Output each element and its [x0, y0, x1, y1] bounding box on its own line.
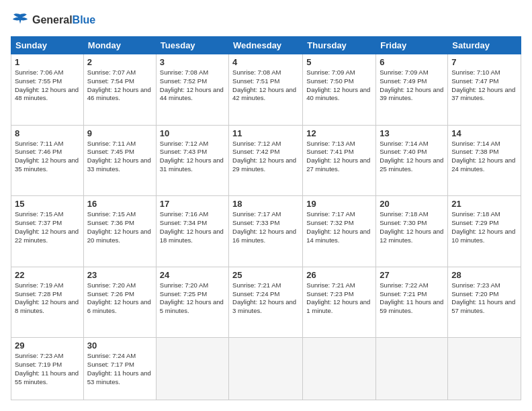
calendar-cell: 20Sunrise: 7:18 AMSunset: 7:30 PMDayligh… — [376, 196, 448, 267]
calendar-cell: 17Sunrise: 7:16 AMSunset: 7:34 PMDayligh… — [156, 196, 228, 267]
day-number: 4 — [232, 57, 299, 67]
calendar-cell: 24Sunrise: 7:20 AMSunset: 7:25 PMDayligh… — [156, 267, 228, 338]
day-info: Sunrise: 7:23 AMSunset: 7:19 PMDaylight:… — [15, 352, 80, 386]
day-number: 13 — [380, 128, 444, 138]
logo-text: GeneralBlue — [32, 14, 95, 26]
calendar-week-1: 1Sunrise: 7:06 AMSunset: 7:55 PMDaylight… — [11, 54, 521, 126]
calendar-cell: 10Sunrise: 7:12 AMSunset: 7:43 PMDayligh… — [156, 125, 228, 196]
day-info: Sunrise: 7:12 AMSunset: 7:42 PMDaylight:… — [232, 140, 299, 174]
calendar-cell: 4Sunrise: 7:08 AMSunset: 7:51 PMDaylight… — [229, 54, 303, 126]
day-number: 11 — [232, 128, 299, 138]
calendar-week-4: 22Sunrise: 7:19 AMSunset: 7:28 PMDayligh… — [11, 267, 521, 338]
calendar-cell: 28Sunrise: 7:23 AMSunset: 7:20 PMDayligh… — [448, 267, 521, 338]
calendar-cell: 15Sunrise: 7:15 AMSunset: 7:37 PMDayligh… — [11, 196, 84, 267]
day-info: Sunrise: 7:07 AMSunset: 7:54 PMDaylight:… — [87, 68, 152, 103]
day-info: Sunrise: 7:15 AMSunset: 7:37 PMDaylight:… — [15, 210, 80, 244]
day-number: 24 — [160, 270, 225, 280]
weekday-header-monday: Monday — [83, 37, 156, 54]
calendar-cell: 14Sunrise: 7:14 AMSunset: 7:38 PMDayligh… — [448, 125, 521, 196]
day-number: 25 — [232, 270, 299, 280]
weekday-header-sunday: Sunday — [11, 37, 84, 54]
day-info: Sunrise: 7:12 AMSunset: 7:43 PMDaylight:… — [160, 140, 225, 174]
day-number: 16 — [87, 199, 152, 209]
day-number: 14 — [451, 128, 517, 138]
day-number: 26 — [306, 270, 372, 280]
day-info: Sunrise: 7:20 AMSunset: 7:26 PMDaylight:… — [87, 281, 152, 316]
calendar-cell: 25Sunrise: 7:21 AMSunset: 7:24 PMDayligh… — [229, 267, 303, 338]
day-number: 19 — [306, 199, 372, 209]
calendar-cell: 21Sunrise: 7:18 AMSunset: 7:29 PMDayligh… — [448, 196, 521, 267]
weekday-header-thursday: Thursday — [303, 37, 376, 54]
day-info: Sunrise: 7:10 AMSunset: 7:47 PMDaylight:… — [451, 68, 517, 103]
day-info: Sunrise: 7:11 AMSunset: 7:45 PMDaylight:… — [87, 140, 152, 174]
day-number: 28 — [451, 270, 517, 280]
day-number: 9 — [87, 128, 152, 138]
calendar-cell: 8Sunrise: 7:11 AMSunset: 7:46 PMDaylight… — [11, 125, 84, 196]
weekday-header-wednesday: Wednesday — [229, 37, 303, 54]
day-number: 2 — [87, 57, 152, 67]
calendar-cell: 12Sunrise: 7:13 AMSunset: 7:41 PMDayligh… — [303, 125, 376, 196]
calendar-cell: 7Sunrise: 7:10 AMSunset: 7:47 PMDaylight… — [448, 54, 521, 126]
day-number: 6 — [380, 57, 444, 67]
calendar-cell: 5Sunrise: 7:09 AMSunset: 7:50 PMDaylight… — [303, 54, 376, 126]
weekday-header-tuesday: Tuesday — [156, 37, 228, 54]
calendar-cell: 22Sunrise: 7:19 AMSunset: 7:28 PMDayligh… — [11, 267, 84, 338]
calendar-cell: 2Sunrise: 7:07 AMSunset: 7:54 PMDaylight… — [83, 54, 156, 126]
day-info: Sunrise: 7:15 AMSunset: 7:36 PMDaylight:… — [87, 210, 152, 244]
calendar-cell: 29Sunrise: 7:23 AMSunset: 7:19 PMDayligh… — [11, 338, 84, 400]
day-info: Sunrise: 7:21 AMSunset: 7:24 PMDaylight:… — [232, 281, 299, 316]
day-number: 12 — [306, 128, 372, 138]
day-info: Sunrise: 7:06 AMSunset: 7:55 PMDaylight:… — [15, 68, 80, 103]
day-info: Sunrise: 7:09 AMSunset: 7:49 PMDaylight:… — [380, 68, 444, 103]
logo-bird-icon — [11, 11, 30, 30]
day-info: Sunrise: 7:21 AMSunset: 7:23 PMDaylight:… — [306, 281, 372, 316]
day-number: 30 — [87, 340, 152, 351]
page: GeneralBlue SundayMondayTuesdayWednesday… — [0, 0, 532, 411]
day-info: Sunrise: 7:23 AMSunset: 7:20 PMDaylight:… — [451, 281, 517, 316]
calendar-cell: 26Sunrise: 7:21 AMSunset: 7:23 PMDayligh… — [303, 267, 376, 338]
weekday-header-friday: Friday — [376, 37, 448, 54]
day-number: 5 — [306, 57, 372, 67]
calendar-cell: 11Sunrise: 7:12 AMSunset: 7:42 PMDayligh… — [229, 125, 303, 196]
day-number: 7 — [451, 57, 517, 67]
day-number: 17 — [160, 199, 225, 209]
day-number: 21 — [451, 199, 517, 209]
calendar-cell: 30Sunrise: 7:24 AMSunset: 7:17 PMDayligh… — [83, 338, 156, 400]
calendar-cell: 1Sunrise: 7:06 AMSunset: 7:55 PMDaylight… — [11, 54, 84, 126]
day-info: Sunrise: 7:09 AMSunset: 7:50 PMDaylight:… — [306, 68, 372, 103]
calendar-cell: 19Sunrise: 7:17 AMSunset: 7:32 PMDayligh… — [303, 196, 376, 267]
day-number: 18 — [232, 199, 299, 209]
day-number: 29 — [15, 340, 80, 351]
calendar-cell — [448, 338, 521, 400]
calendar-cell — [376, 338, 448, 400]
day-info: Sunrise: 7:14 AMSunset: 7:38 PMDaylight:… — [451, 140, 517, 174]
logo: GeneralBlue — [11, 11, 95, 30]
calendar-cell: 23Sunrise: 7:20 AMSunset: 7:26 PMDayligh… — [83, 267, 156, 338]
day-info: Sunrise: 7:24 AMSunset: 7:17 PMDaylight:… — [87, 352, 152, 386]
calendar-cell: 18Sunrise: 7:17 AMSunset: 7:33 PMDayligh… — [229, 196, 303, 267]
day-number: 23 — [87, 270, 152, 280]
day-info: Sunrise: 7:11 AMSunset: 7:46 PMDaylight:… — [15, 140, 80, 174]
calendar-cell: 9Sunrise: 7:11 AMSunset: 7:45 PMDaylight… — [83, 125, 156, 196]
day-info: Sunrise: 7:08 AMSunset: 7:52 PMDaylight:… — [160, 68, 225, 103]
day-info: Sunrise: 7:16 AMSunset: 7:34 PMDaylight:… — [160, 210, 225, 244]
day-info: Sunrise: 7:20 AMSunset: 7:25 PMDaylight:… — [160, 281, 225, 316]
day-info: Sunrise: 7:13 AMSunset: 7:41 PMDaylight:… — [306, 140, 372, 174]
weekday-header-row: SundayMondayTuesdayWednesdayThursdayFrid… — [11, 37, 521, 54]
calendar-week-2: 8Sunrise: 7:11 AMSunset: 7:46 PMDaylight… — [11, 125, 521, 196]
weekday-header-saturday: Saturday — [448, 37, 521, 54]
day-info: Sunrise: 7:19 AMSunset: 7:28 PMDaylight:… — [15, 281, 80, 316]
day-info: Sunrise: 7:22 AMSunset: 7:21 PMDaylight:… — [380, 281, 444, 316]
day-number: 27 — [380, 270, 444, 280]
calendar-cell — [156, 338, 228, 400]
calendar-cell: 6Sunrise: 7:09 AMSunset: 7:49 PMDaylight… — [376, 54, 448, 126]
calendar-cell: 27Sunrise: 7:22 AMSunset: 7:21 PMDayligh… — [376, 267, 448, 338]
day-info: Sunrise: 7:08 AMSunset: 7:51 PMDaylight:… — [232, 68, 299, 103]
day-info: Sunrise: 7:17 AMSunset: 7:32 PMDaylight:… — [306, 210, 372, 244]
day-number: 1 — [15, 57, 80, 67]
day-number: 10 — [160, 128, 225, 138]
calendar-table: SundayMondayTuesdayWednesdayThursdayFrid… — [11, 36, 521, 400]
calendar-cell: 13Sunrise: 7:14 AMSunset: 7:40 PMDayligh… — [376, 125, 448, 196]
day-info: Sunrise: 7:18 AMSunset: 7:30 PMDaylight:… — [380, 210, 444, 244]
calendar-cell: 16Sunrise: 7:15 AMSunset: 7:36 PMDayligh… — [83, 196, 156, 267]
